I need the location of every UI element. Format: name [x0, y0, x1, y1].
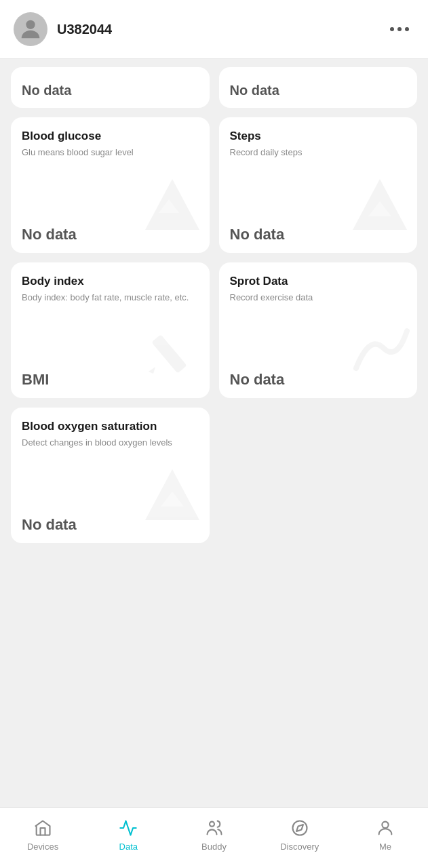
body-index-value: BMI — [22, 366, 199, 389]
more-dot-1 — [390, 27, 394, 31]
nav-item-data[interactable]: Data — [85, 818, 171, 852]
nav-item-buddy[interactable]: Buddy — [171, 818, 256, 852]
partial-card-2-value: No data — [230, 83, 279, 98]
steps-title: Steps — [230, 130, 407, 143]
sport-data-title: Sprot Data — [230, 275, 407, 288]
more-dot-2 — [397, 27, 402, 31]
blood-oxygen-value: No data — [22, 511, 199, 534]
svg-point-10 — [292, 821, 307, 835]
home-icon — [33, 818, 53, 838]
steps-subtitle: Record daily steps — [230, 146, 407, 159]
svg-marker-11 — [296, 825, 303, 831]
svg-marker-4 — [368, 201, 391, 216]
header: U382044 — [0, 0, 428, 59]
nav-label-me: Me — [379, 842, 391, 852]
blood-oxygen-card[interactable]: Blood oxygen saturation Detect changes i… — [11, 408, 210, 543]
sport-data-subtitle: Record exercise data — [230, 292, 407, 304]
partial-card-2[interactable]: No data — [219, 67, 418, 108]
steps-value: No data — [230, 220, 407, 243]
compass-icon — [290, 818, 310, 838]
sport-data-value: No data — [230, 366, 407, 389]
bottom-nav: Devices Data Buddy Discovery — [0, 807, 428, 868]
nav-label-devices: Devices — [27, 842, 58, 852]
svg-marker-2 — [159, 199, 179, 213]
nav-item-me[interactable]: Me — [343, 818, 428, 852]
avatar — [14, 12, 47, 46]
username: U382044 — [57, 22, 385, 37]
nav-label-discovery: Discovery — [280, 842, 319, 852]
body-index-subtitle: Body index: body fat rate, muscle rate, … — [22, 292, 199, 304]
cards-grid: Blood glucose Glu means blood sugar leve… — [11, 117, 417, 543]
more-button[interactable] — [385, 24, 414, 34]
more-dot-3 — [405, 27, 409, 31]
activity-icon — [118, 818, 138, 838]
steps-card[interactable]: Steps Record daily steps No data — [219, 117, 418, 253]
partial-cards-row: No data No data — [11, 67, 417, 108]
blood-oxygen-subtitle: Detect changes in blood oxygen levels — [22, 437, 199, 449]
nav-item-devices[interactable]: Devices — [0, 818, 85, 852]
nav-label-data: Data — [119, 842, 138, 852]
sport-data-card[interactable]: Sprot Data Record exercise data No data — [219, 262, 418, 398]
blood-glucose-card[interactable]: Blood glucose Glu means blood sugar leve… — [11, 117, 210, 253]
svg-point-0 — [26, 20, 35, 29]
blood-glucose-subtitle: Glu means blood sugar level — [22, 146, 199, 159]
partial-card-1[interactable]: No data — [11, 67, 210, 108]
svg-point-9 — [210, 821, 214, 826]
svg-marker-8 — [161, 492, 184, 507]
body-index-title: Body index — [22, 275, 199, 288]
buddy-icon — [204, 818, 225, 838]
nav-item-discovery[interactable]: Discovery — [257, 818, 343, 852]
partial-card-1-value: No data — [22, 83, 71, 98]
content: No data No data Blood glucose Glu means … — [0, 59, 428, 611]
nav-label-buddy: Buddy — [201, 842, 227, 852]
body-index-card[interactable]: Body index Body index: body fat rate, mu… — [11, 262, 210, 398]
person-icon — [375, 818, 395, 838]
blood-oxygen-title: Blood oxygen saturation — [22, 420, 199, 433]
blood-glucose-value: No data — [22, 220, 199, 243]
svg-point-12 — [382, 821, 388, 827]
blood-glucose-title: Blood glucose — [22, 130, 199, 143]
